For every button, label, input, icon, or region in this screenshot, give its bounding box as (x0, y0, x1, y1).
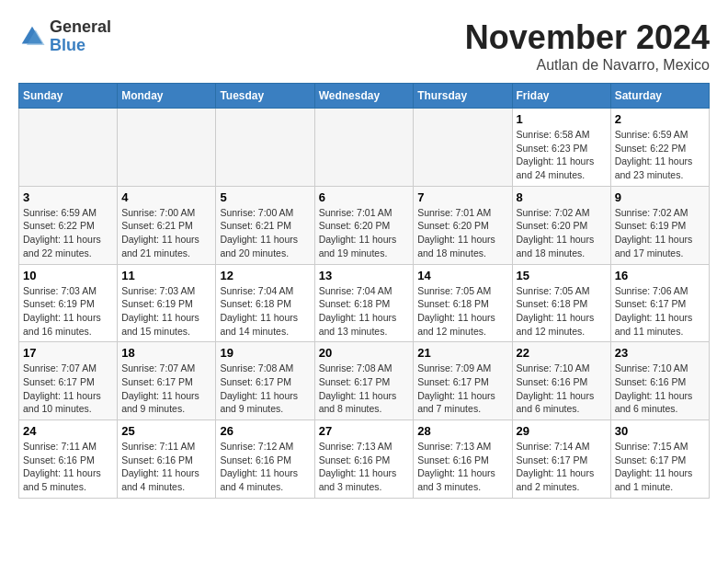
day-info: Sunrise: 7:14 AMSunset: 6:17 PMDaylight:… (517, 440, 607, 494)
calendar-cell: 25Sunrise: 7:11 AMSunset: 6:16 PMDayligh… (118, 420, 216, 499)
calendar-cell: 11Sunrise: 7:03 AMSunset: 6:19 PMDayligh… (118, 264, 216, 342)
weekday-header: Thursday (414, 84, 512, 109)
day-info: Sunrise: 6:58 AMSunset: 6:23 PMDaylight:… (517, 128, 607, 182)
day-info: Sunrise: 7:02 AMSunset: 6:20 PMDaylight:… (517, 206, 607, 260)
day-info: Sunrise: 7:10 AMSunset: 6:16 PMDaylight:… (517, 362, 607, 416)
day-number: 26 (220, 424, 310, 438)
day-number: 30 (615, 424, 705, 438)
calendar-cell (118, 109, 216, 187)
calendar-cell: 2Sunrise: 6:59 AMSunset: 6:22 PMDaylight… (610, 109, 709, 187)
weekday-header: Sunday (19, 84, 118, 109)
calendar-cell: 23Sunrise: 7:10 AMSunset: 6:16 PMDayligh… (610, 342, 709, 420)
day-number: 12 (220, 269, 310, 282)
day-number: 3 (23, 190, 113, 204)
calendar-cell: 21Sunrise: 7:09 AMSunset: 6:17 PMDayligh… (414, 342, 512, 420)
day-info: Sunrise: 7:00 AMSunset: 6:21 PMDaylight:… (220, 206, 310, 260)
day-number: 5 (220, 190, 310, 204)
month-title: November 2024 (465, 18, 710, 57)
day-info: Sunrise: 7:07 AMSunset: 6:17 PMDaylight:… (121, 362, 211, 416)
day-info: Sunrise: 7:05 AMSunset: 6:18 PMDaylight:… (417, 284, 507, 339)
day-number: 14 (417, 269, 507, 282)
day-number: 25 (121, 424, 211, 438)
calendar-cell: 29Sunrise: 7:14 AMSunset: 6:17 PMDayligh… (512, 420, 610, 499)
day-number: 27 (319, 424, 410, 438)
calendar-cell: 26Sunrise: 7:12 AMSunset: 6:16 PMDayligh… (216, 420, 314, 499)
day-number: 19 (220, 346, 310, 360)
calendar-cell: 30Sunrise: 7:15 AMSunset: 6:17 PMDayligh… (610, 420, 709, 499)
day-info: Sunrise: 7:03 AMSunset: 6:19 PMDaylight:… (23, 284, 113, 339)
day-info: Sunrise: 7:07 AMSunset: 6:17 PMDaylight:… (23, 362, 113, 416)
calendar-cell: 8Sunrise: 7:02 AMSunset: 6:20 PMDaylight… (512, 186, 610, 264)
day-number: 22 (517, 346, 607, 360)
day-info: Sunrise: 7:11 AMSunset: 6:16 PMDaylight:… (121, 440, 211, 494)
day-number: 6 (319, 190, 410, 204)
calendar-cell: 24Sunrise: 7:11 AMSunset: 6:16 PMDayligh… (19, 420, 118, 499)
calendar-week-row: 10Sunrise: 7:03 AMSunset: 6:19 PMDayligh… (19, 264, 710, 342)
day-info: Sunrise: 7:03 AMSunset: 6:19 PMDaylight:… (121, 284, 211, 339)
day-number: 29 (517, 424, 607, 438)
day-number: 13 (319, 269, 410, 282)
calendar-cell: 12Sunrise: 7:04 AMSunset: 6:18 PMDayligh… (216, 264, 314, 342)
day-info: Sunrise: 7:04 AMSunset: 6:18 PMDaylight:… (220, 284, 310, 339)
day-info: Sunrise: 7:08 AMSunset: 6:17 PMDaylight:… (319, 362, 410, 416)
day-number: 16 (615, 269, 705, 282)
weekday-header: Tuesday (216, 84, 314, 109)
day-info: Sunrise: 7:10 AMSunset: 6:16 PMDaylight:… (615, 362, 705, 416)
day-info: Sunrise: 7:00 AMSunset: 6:21 PMDaylight:… (121, 206, 211, 260)
calendar: SundayMondayTuesdayWednesdayThursdayFrid… (18, 83, 710, 499)
calendar-cell: 13Sunrise: 7:04 AMSunset: 6:18 PMDayligh… (314, 264, 414, 342)
calendar-cell: 14Sunrise: 7:05 AMSunset: 6:18 PMDayligh… (414, 264, 512, 342)
day-info: Sunrise: 7:01 AMSunset: 6:20 PMDaylight:… (319, 206, 410, 260)
day-info: Sunrise: 7:06 AMSunset: 6:17 PMDaylight:… (615, 284, 705, 339)
logo-text: General Blue (50, 18, 111, 55)
logo-general: General (50, 17, 111, 36)
calendar-cell: 15Sunrise: 7:05 AMSunset: 6:18 PMDayligh… (512, 264, 610, 342)
day-number: 2 (615, 112, 705, 126)
calendar-cell: 18Sunrise: 7:07 AMSunset: 6:17 PMDayligh… (118, 342, 216, 420)
calendar-cell: 9Sunrise: 7:02 AMSunset: 6:19 PMDaylight… (610, 186, 709, 264)
day-info: Sunrise: 7:13 AMSunset: 6:16 PMDaylight:… (319, 440, 410, 494)
calendar-cell: 6Sunrise: 7:01 AMSunset: 6:20 PMDaylight… (314, 186, 414, 264)
calendar-week-row: 17Sunrise: 7:07 AMSunset: 6:17 PMDayligh… (19, 342, 710, 420)
day-info: Sunrise: 7:15 AMSunset: 6:17 PMDaylight:… (615, 440, 705, 494)
title-area: November 2024 Autlan de Navarro, Mexico (465, 18, 710, 74)
day-number: 18 (121, 346, 211, 360)
day-info: Sunrise: 7:09 AMSunset: 6:17 PMDaylight:… (417, 362, 507, 416)
logo-icon (18, 23, 46, 51)
calendar-cell: 17Sunrise: 7:07 AMSunset: 6:17 PMDayligh… (19, 342, 118, 420)
calendar-cell: 5Sunrise: 7:00 AMSunset: 6:21 PMDaylight… (216, 186, 314, 264)
weekday-header: Saturday (610, 84, 709, 109)
calendar-cell (414, 109, 512, 187)
logo: General Blue (18, 18, 111, 55)
calendar-cell: 1Sunrise: 6:58 AMSunset: 6:23 PMDaylight… (512, 109, 610, 187)
calendar-cell: 10Sunrise: 7:03 AMSunset: 6:19 PMDayligh… (19, 264, 118, 342)
day-number: 15 (517, 269, 607, 282)
day-info: Sunrise: 6:59 AMSunset: 6:22 PMDaylight:… (23, 206, 113, 260)
day-info: Sunrise: 7:02 AMSunset: 6:19 PMDaylight:… (615, 206, 705, 260)
calendar-cell (314, 109, 414, 187)
day-number: 10 (23, 269, 113, 282)
logo-blue: Blue (50, 36, 85, 54)
calendar-cell: 7Sunrise: 7:01 AMSunset: 6:20 PMDaylight… (414, 186, 512, 264)
day-info: Sunrise: 7:05 AMSunset: 6:18 PMDaylight:… (517, 284, 607, 339)
day-info: Sunrise: 7:11 AMSunset: 6:16 PMDaylight:… (23, 440, 113, 494)
weekday-header: Friday (512, 84, 610, 109)
weekday-header: Monday (118, 84, 216, 109)
calendar-cell: 22Sunrise: 7:10 AMSunset: 6:16 PMDayligh… (512, 342, 610, 420)
day-info: Sunrise: 7:08 AMSunset: 6:17 PMDaylight:… (220, 362, 310, 416)
day-info: Sunrise: 7:12 AMSunset: 6:16 PMDaylight:… (220, 440, 310, 494)
day-info: Sunrise: 6:59 AMSunset: 6:22 PMDaylight:… (615, 128, 705, 182)
day-number: 4 (121, 190, 211, 204)
weekday-header-row: SundayMondayTuesdayWednesdayThursdayFrid… (19, 84, 710, 109)
calendar-week-row: 24Sunrise: 7:11 AMSunset: 6:16 PMDayligh… (19, 420, 710, 499)
day-number: 24 (23, 424, 113, 438)
calendar-cell: 19Sunrise: 7:08 AMSunset: 6:17 PMDayligh… (216, 342, 314, 420)
calendar-cell: 20Sunrise: 7:08 AMSunset: 6:17 PMDayligh… (314, 342, 414, 420)
day-number: 17 (23, 346, 113, 360)
day-number: 11 (121, 269, 211, 282)
calendar-cell: 4Sunrise: 7:00 AMSunset: 6:21 PMDaylight… (118, 186, 216, 264)
day-info: Sunrise: 7:04 AMSunset: 6:18 PMDaylight:… (319, 284, 410, 339)
day-info: Sunrise: 7:13 AMSunset: 6:16 PMDaylight:… (417, 440, 507, 494)
calendar-cell (216, 109, 314, 187)
day-number: 8 (517, 190, 607, 204)
